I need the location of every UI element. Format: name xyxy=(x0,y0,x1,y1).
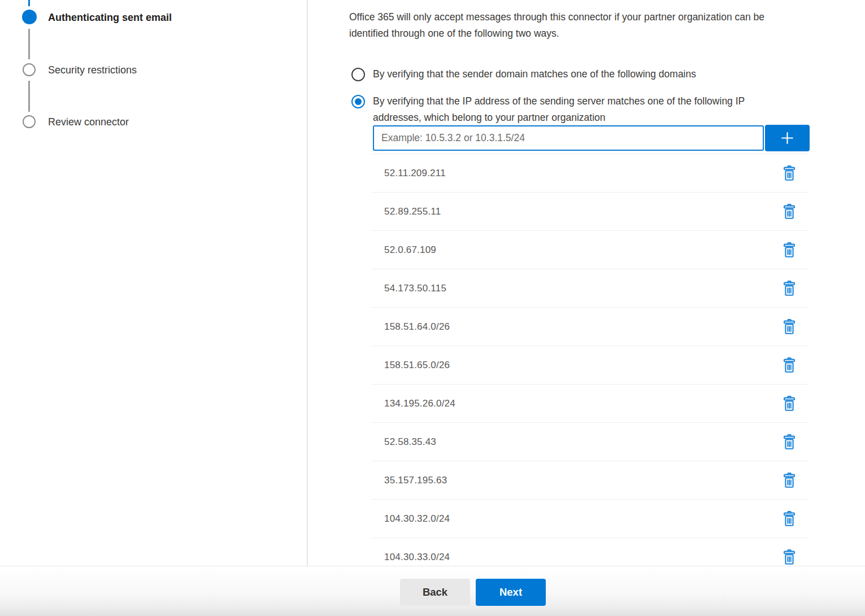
ip-value: 52.58.35.43 xyxy=(371,436,436,448)
ip-list-item: 52.0.67.109 xyxy=(371,230,809,269)
back-button[interactable]: Back xyxy=(400,579,470,606)
ip-list-item: 134.195.26.0/24 xyxy=(371,384,809,422)
intro-line: identified through one of the following … xyxy=(349,25,764,42)
authentication-step-panel: Office 365 will only accept messages thr… xyxy=(309,0,865,566)
option-label-line: By verifying that the sender domain matc… xyxy=(373,66,696,82)
plus-icon xyxy=(779,129,796,147)
ip-value: 104.30.32.0/24 xyxy=(371,513,450,525)
delete-ip-button[interactable] xyxy=(780,394,799,413)
trash-icon xyxy=(783,434,796,450)
ip-address-input[interactable] xyxy=(373,125,764,151)
ip-value: 52.0.67.109 xyxy=(371,244,436,256)
option-ip-address-label: By verifying that the IP address of the … xyxy=(373,93,745,126)
ip-value: 134.195.26.0/24 xyxy=(371,398,455,409)
option-sender-domain-label: By verifying that the sender domain matc… xyxy=(373,66,696,82)
intro-line: Office 365 will only accept messages thr… xyxy=(349,9,764,25)
delete-ip-button[interactable] xyxy=(780,509,799,528)
delete-ip-button[interactable] xyxy=(780,164,799,183)
step-indicator-security xyxy=(23,63,36,76)
delete-ip-button[interactable] xyxy=(780,356,799,375)
trash-icon xyxy=(783,319,796,335)
trash-icon xyxy=(783,281,796,296)
trash-icon xyxy=(783,357,796,373)
step-label-review[interactable]: Review connector xyxy=(48,115,129,129)
option-label-line: By verifying that the IP address of the … xyxy=(373,93,745,110)
trash-icon xyxy=(783,204,796,220)
ip-value: 158.51.64.0/26 xyxy=(371,321,450,333)
ip-list-item: 104.30.33.0/24 xyxy=(371,538,809,566)
radio-dot xyxy=(355,98,362,105)
ip-value: 104.30.33.0/24 xyxy=(371,552,450,563)
step-label-authenticating[interactable]: Authenticating sent email xyxy=(48,11,172,24)
delete-ip-button[interactable] xyxy=(780,548,799,566)
intro-text: Office 365 will only accept messages thr… xyxy=(349,9,764,42)
trash-icon xyxy=(783,511,796,527)
next-button[interactable]: Next xyxy=(476,579,546,606)
ip-list-item: 158.51.65.0/26 xyxy=(371,346,809,384)
ip-value: 54.173.50.115 xyxy=(371,283,446,294)
trash-icon xyxy=(783,396,796,412)
step-indicator-review xyxy=(23,115,36,128)
ip-value: 52.89.255.11 xyxy=(371,206,441,217)
ip-list-item: 54.173.50.115 xyxy=(371,269,809,307)
ip-list-item: 104.30.32.0/24 xyxy=(371,499,809,538)
trash-icon xyxy=(783,549,796,565)
add-ip-button[interactable] xyxy=(765,125,810,151)
ip-value: 35.157.195.63 xyxy=(371,475,447,486)
delete-ip-button[interactable] xyxy=(780,317,799,337)
ip-list-item: 35.157.195.63 xyxy=(371,461,809,499)
connector-wizard-page: Authenticating sent email Security restr… xyxy=(0,0,865,616)
wizard-stepper: Authenticating sent email Security restr… xyxy=(0,0,308,566)
radio-selected-icon[interactable] xyxy=(351,95,365,108)
delete-ip-button[interactable] xyxy=(780,241,799,260)
stepper-connector-top xyxy=(28,0,30,6)
ip-address-list: 52.11.209.211 52.89.255.11 52.0.67.109 5… xyxy=(371,154,809,566)
delete-ip-button[interactable] xyxy=(780,279,799,298)
ip-value: 158.51.65.0/26 xyxy=(371,360,450,371)
radio-unselected-icon[interactable] xyxy=(351,68,365,81)
step-indicator-authenticating xyxy=(22,10,37,24)
ip-value: 52.11.209.211 xyxy=(371,168,446,179)
wizard-footer: Back Next xyxy=(0,566,865,616)
step-label-security[interactable]: Security restrictions xyxy=(48,63,137,77)
option-ip-address[interactable]: By verifying that the IP address of the … xyxy=(351,93,745,126)
option-label-line: addresses, which belong to your partner … xyxy=(373,110,745,126)
delete-ip-button[interactable] xyxy=(780,471,799,490)
trash-icon xyxy=(783,473,796,488)
stepper-connector xyxy=(28,81,30,112)
wizard-content: Authenticating sent email Security restr… xyxy=(0,0,865,566)
trash-icon xyxy=(783,165,796,181)
ip-list-item: 52.58.35.43 xyxy=(371,422,809,461)
trash-icon xyxy=(783,242,796,258)
option-sender-domain[interactable]: By verifying that the sender domain matc… xyxy=(351,66,696,82)
stepper-connector xyxy=(28,29,30,59)
ip-list-item: 52.11.209.211 xyxy=(371,154,809,192)
ip-list-item: 52.89.255.11 xyxy=(371,192,809,230)
ip-list-item: 158.51.64.0/26 xyxy=(371,307,809,346)
delete-ip-button[interactable] xyxy=(780,432,799,452)
delete-ip-button[interactable] xyxy=(780,202,799,221)
